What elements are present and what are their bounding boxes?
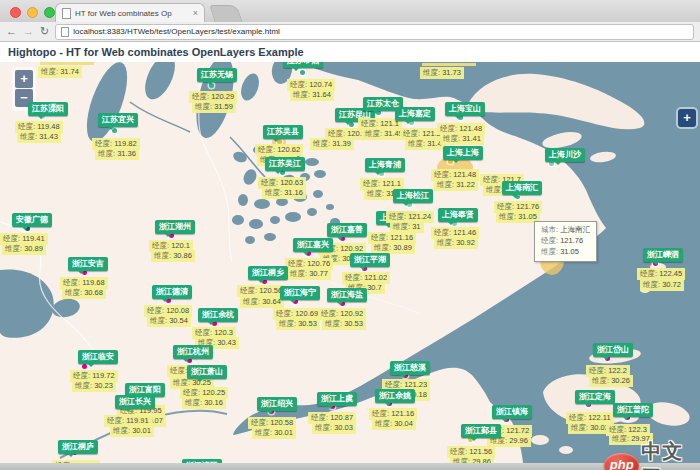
city-badge[interactable]: 安徽广德 <box>12 213 52 227</box>
city-badge[interactable]: 浙江慈溪 <box>390 361 430 375</box>
city-badge[interactable]: 浙江萧山 <box>187 365 227 379</box>
city-marker-dot[interactable] <box>82 364 87 369</box>
city-badge[interactable]: 江苏常熟 <box>283 62 323 68</box>
browser-tab[interactable]: HT for Web combinates Op × <box>55 3 205 22</box>
marker-lat-box: 维度: 30.26 <box>589 375 633 387</box>
marker-lat-box: 维度: 30.01 <box>110 425 154 437</box>
forward-icon[interactable]: → <box>23 26 34 37</box>
marker-lat-box: 维度: 31.59 <box>192 101 236 113</box>
city-badge[interactable]: 浙江德清 <box>152 285 192 299</box>
tooltip-row-lon: 经度: 121.76 <box>541 236 590 247</box>
marker-lat-box: 维度: 31.41 <box>440 133 484 145</box>
city-badge[interactable]: 浙江桐乡 <box>248 266 288 280</box>
marker-lat-box: 维度: 29.86 <box>450 456 494 463</box>
city-badge[interactable]: 上海奉贤 <box>438 208 478 222</box>
tab-title: HT for Web combinates Op <box>75 9 189 18</box>
city-badge[interactable]: 浙江嵊泗 <box>643 248 683 262</box>
city-badge[interactable]: 浙江余杭 <box>198 308 238 322</box>
php-cn-watermark: php 中文网 <box>604 438 700 470</box>
marker-lat-box: 维度: 31.39 <box>310 138 354 150</box>
layer-switcher-button[interactable]: + <box>678 109 696 127</box>
city-badge[interactable]: 江苏吴江 <box>265 157 305 171</box>
clipped-coord-box <box>422 63 476 66</box>
page-icon <box>61 27 69 37</box>
city-badge[interactable]: 浙江海宁 <box>280 286 320 300</box>
city-badge[interactable]: 上海上海 <box>443 146 483 160</box>
maximize-window-button[interactable] <box>44 7 55 18</box>
map-canvas[interactable]: + − + 经度: 119.48维度: 31.43江苏溧阳经度: 119.82维… <box>0 62 700 463</box>
marker-lat-box: 维度: 30.53 <box>276 318 320 330</box>
city-badge[interactable]: 江苏宜兴 <box>98 113 138 127</box>
marker-lat-box: 维度: 30.23 <box>72 380 116 392</box>
back-icon[interactable]: ← <box>6 26 17 37</box>
marker-lon-box: 经度: 119.64 <box>52 460 100 463</box>
city-badge[interactable]: 上海嘉定 <box>395 107 435 121</box>
city-badge[interactable]: 浙江安吉 <box>68 257 108 271</box>
reload-icon[interactable]: ↻ <box>40 26 49 37</box>
url-text: localhost:8383/HTWeb/test/OpenLayers/tes… <box>73 27 280 36</box>
city-badge[interactable]: 浙江定海 <box>575 390 615 404</box>
page-icon <box>62 8 71 19</box>
tooltip-row-lat: 维度: 31.05 <box>541 247 590 258</box>
page-title: Hightopo - HT for Web combinates OpenLay… <box>8 46 304 58</box>
city-badge[interactable]: 浙江普陀 <box>613 403 653 417</box>
marker-lat-box: 维度: 30.01 <box>252 427 296 439</box>
marker-lat-box: 维度: 30.86 <box>151 250 195 262</box>
marker-lat-box: 维度: 30.16 <box>182 397 226 409</box>
marker-lat-box: 维度: 31.73 <box>420 67 464 79</box>
marker-lat-box: 维度: 30.03 <box>312 422 356 434</box>
marker-lat-box: 维度: 31.36 <box>95 148 139 160</box>
city-badge[interactable]: 浙江鄞县 <box>461 424 501 438</box>
marker-lat-box: 维度: 31.64 <box>290 89 334 101</box>
php-logo: php <box>604 453 639 470</box>
watermark-text: 中文网 <box>641 438 700 470</box>
address-bar[interactable]: localhost:8383/HTWeb/test/OpenLayers/tes… <box>55 24 694 40</box>
city-badge[interactable]: 浙江平湖 <box>350 253 390 267</box>
city-badge[interactable]: 浙江镇海 <box>492 405 532 419</box>
marker-lat-box: 维度: 30.92 <box>434 237 478 249</box>
marker-lat-box: 维度: 31 <box>390 221 424 233</box>
city-badge[interactable]: 浙江桐庐 <box>58 440 98 454</box>
marker-lat-box: 维度: 31.43 <box>17 131 61 143</box>
city-badge[interactable]: 浙江杭州 <box>173 345 213 359</box>
city-badge[interactable]: 上海南汇 <box>502 181 542 195</box>
city-badge[interactable]: 浙江嘉兴 <box>293 238 333 252</box>
window-bottom-edge <box>0 463 700 470</box>
minimize-window-button[interactable] <box>27 7 38 18</box>
city-badge[interactable]: 浙江湖州 <box>155 220 195 234</box>
city-badge[interactable]: 浙江上虞 <box>317 392 357 406</box>
city-badge[interactable]: 上海松江 <box>393 189 433 203</box>
marker-lat-box: 维度: 30.77 <box>287 268 331 280</box>
city-badge[interactable]: 上海川沙 <box>545 148 585 162</box>
marker-lat-box: 维度: 31.4 <box>405 138 445 150</box>
city-badge[interactable]: 浙江长兴 <box>115 395 155 409</box>
city-badge[interactable]: 浙江诸暨 <box>182 459 222 463</box>
zoom-in-button[interactable]: + <box>15 70 33 88</box>
new-tab-button[interactable] <box>209 5 243 23</box>
city-badge[interactable]: 江苏吴县 <box>263 125 303 139</box>
tab-close-icon[interactable]: × <box>193 9 198 18</box>
marker-lat-box: 维度: 31.22 <box>434 179 478 191</box>
city-badge[interactable]: 江苏溧阳 <box>28 102 68 116</box>
city-badge[interactable]: 浙江绍兴 <box>257 397 297 411</box>
marker-lat-box: 维度: 30.68 <box>62 287 106 299</box>
close-window-button[interactable] <box>10 7 21 18</box>
city-marker-dot[interactable] <box>300 70 305 75</box>
city-badge[interactable]: 上海青浦 <box>365 158 405 172</box>
city-badge[interactable]: 浙江岱山 <box>593 343 633 357</box>
city-badge[interactable]: 浙江临安 <box>78 350 118 364</box>
clipped-coord-box <box>40 62 94 65</box>
browser-toolbar: ← → ↻ localhost:8383/HTWeb/test/OpenLaye… <box>0 22 700 42</box>
marker-lat-box: 维度: 30.64 <box>240 296 284 308</box>
marker-lat-box: 维度: 30.53 <box>322 318 366 330</box>
city-badge[interactable]: 上海宝山 <box>445 102 485 116</box>
marker-lat-box: 维度: 31.74 <box>38 66 82 78</box>
marker-lat-box: 维度: 30.04 <box>372 418 416 430</box>
marker-lat-box: 维度: 30.89 <box>2 243 46 255</box>
city-badge[interactable]: 浙江海盐 <box>327 288 367 302</box>
marker-lat-box: 维度: 31.16 <box>262 187 306 199</box>
city-badge[interactable]: 浙江余姚 <box>375 389 415 403</box>
tooltip-row-city: 城市: 上海南汇 <box>541 225 590 236</box>
city-badge[interactable]: 江苏无锡 <box>197 68 237 82</box>
city-badge[interactable]: 浙江嘉善 <box>327 223 367 237</box>
